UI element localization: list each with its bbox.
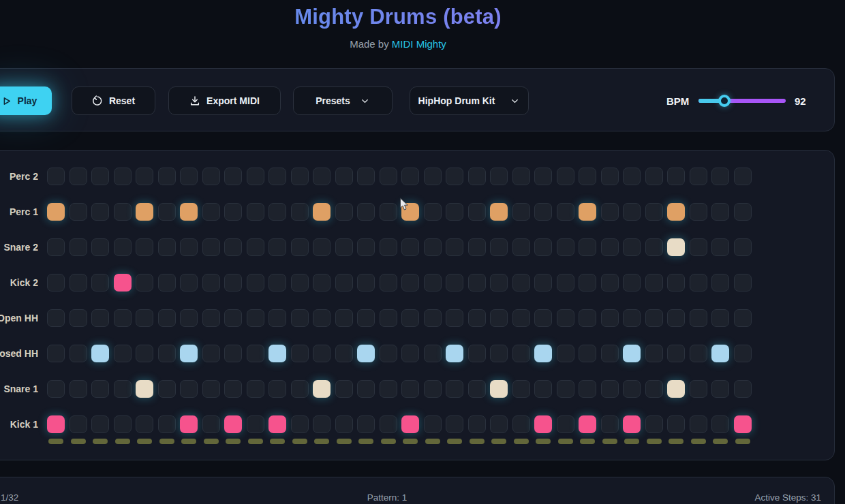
- step-cell[interactable]: [534, 415, 552, 433]
- step-cell[interactable]: [313, 168, 331, 185]
- step-cell[interactable]: [70, 274, 87, 292]
- step-cell[interactable]: [446, 238, 463, 256]
- step-cell[interactable]: [667, 203, 685, 221]
- step-cell[interactable]: [158, 415, 176, 433]
- step-cell[interactable]: [579, 274, 596, 292]
- step-cell[interactable]: [645, 380, 663, 398]
- step-cell[interactable]: [202, 415, 220, 433]
- step-cell[interactable]: [291, 203, 309, 221]
- step-cell[interactable]: [490, 345, 508, 362]
- step-cell[interactable]: [557, 345, 574, 362]
- step-cell[interactable]: [468, 345, 486, 362]
- step-cell[interactable]: [579, 203, 596, 221]
- step-cell[interactable]: [734, 345, 752, 362]
- step-cell[interactable]: [47, 238, 65, 256]
- step-cell[interactable]: [268, 274, 286, 292]
- step-cell[interactable]: [623, 309, 641, 327]
- step-cell[interactable]: [180, 274, 198, 292]
- step-cell[interactable]: [224, 168, 242, 185]
- step-cell[interactable]: [335, 380, 353, 398]
- step-cell[interactable]: [247, 309, 264, 327]
- step-cell[interactable]: [158, 309, 176, 327]
- step-cell[interactable]: [247, 203, 264, 221]
- step-cell[interactable]: [268, 380, 286, 398]
- step-cell[interactable]: [711, 168, 729, 185]
- step-cell[interactable]: [512, 380, 530, 398]
- step-cell[interactable]: [380, 203, 397, 221]
- step-cell[interactable]: [512, 203, 530, 221]
- step-cell[interactable]: [734, 168, 752, 185]
- step-cell[interactable]: [291, 345, 309, 362]
- step-cell[interactable]: [424, 345, 442, 362]
- step-cell[interactable]: [136, 238, 153, 256]
- step-cell[interactable]: [490, 238, 508, 256]
- step-cell[interactable]: [380, 274, 397, 292]
- step-cell[interactable]: [247, 345, 264, 362]
- step-cell[interactable]: [468, 203, 486, 221]
- step-cell[interactable]: [224, 238, 242, 256]
- kit-select[interactable]: HipHop Drum Kit: [410, 86, 529, 115]
- step-cell[interactable]: [357, 415, 375, 433]
- step-cell[interactable]: [202, 309, 220, 327]
- step-cell[interactable]: [667, 345, 685, 362]
- step-cell[interactable]: [468, 380, 486, 398]
- step-cell[interactable]: [180, 380, 198, 398]
- step-cell[interactable]: [424, 203, 442, 221]
- step-cell[interactable]: [711, 415, 729, 433]
- step-cell[interactable]: [667, 168, 685, 185]
- step-cell[interactable]: [224, 274, 242, 292]
- step-cell[interactable]: [601, 380, 619, 398]
- bpm-slider[interactable]: [698, 99, 786, 103]
- step-cell[interactable]: [313, 345, 331, 362]
- step-cell[interactable]: [734, 380, 752, 398]
- step-cell[interactable]: [711, 380, 729, 398]
- step-cell[interactable]: [114, 203, 132, 221]
- step-cell[interactable]: [70, 380, 87, 398]
- step-cell[interactable]: [468, 415, 486, 433]
- step-cell[interactable]: [202, 238, 220, 256]
- step-cell[interactable]: [623, 168, 641, 185]
- step-cell[interactable]: [313, 238, 331, 256]
- step-cell[interactable]: [247, 238, 264, 256]
- step-cell[interactable]: [291, 380, 309, 398]
- step-cell[interactable]: [202, 168, 220, 185]
- step-cell[interactable]: [468, 168, 486, 185]
- step-cell[interactable]: [70, 238, 87, 256]
- step-cell[interactable]: [114, 309, 132, 327]
- step-cell[interactable]: [512, 168, 530, 185]
- step-cell[interactable]: [557, 238, 574, 256]
- step-cell[interactable]: [268, 345, 286, 362]
- step-cell[interactable]: [380, 238, 397, 256]
- step-cell[interactable]: [557, 274, 574, 292]
- export-midi-button[interactable]: Export MIDI: [168, 86, 281, 115]
- step-cell[interactable]: [711, 345, 729, 362]
- step-cell[interactable]: [70, 345, 87, 362]
- step-cell[interactable]: [446, 415, 463, 433]
- step-cell[interactable]: [335, 345, 353, 362]
- step-cell[interactable]: [424, 415, 442, 433]
- step-cell[interactable]: [91, 203, 109, 221]
- step-cell[interactable]: [512, 415, 530, 433]
- step-cell[interactable]: [645, 203, 663, 221]
- step-cell[interactable]: [512, 274, 530, 292]
- step-cell[interactable]: [136, 274, 153, 292]
- step-cell[interactable]: [534, 345, 552, 362]
- step-cell[interactable]: [645, 415, 663, 433]
- step-cell[interactable]: [313, 380, 331, 398]
- step-cell[interactable]: [667, 380, 685, 398]
- step-cell[interactable]: [202, 203, 220, 221]
- step-cell[interactable]: [601, 274, 619, 292]
- step-cell[interactable]: [401, 238, 419, 256]
- step-cell[interactable]: [180, 309, 198, 327]
- step-cell[interactable]: [424, 309, 442, 327]
- step-cell[interactable]: [490, 274, 508, 292]
- step-cell[interactable]: [313, 203, 331, 221]
- step-cell[interactable]: [91, 168, 109, 185]
- step-cell[interactable]: [114, 380, 132, 398]
- step-cell[interactable]: [202, 274, 220, 292]
- step-cell[interactable]: [47, 168, 65, 185]
- step-cell[interactable]: [70, 168, 87, 185]
- step-cell[interactable]: [734, 274, 752, 292]
- step-cell[interactable]: [446, 380, 463, 398]
- step-cell[interactable]: [313, 415, 331, 433]
